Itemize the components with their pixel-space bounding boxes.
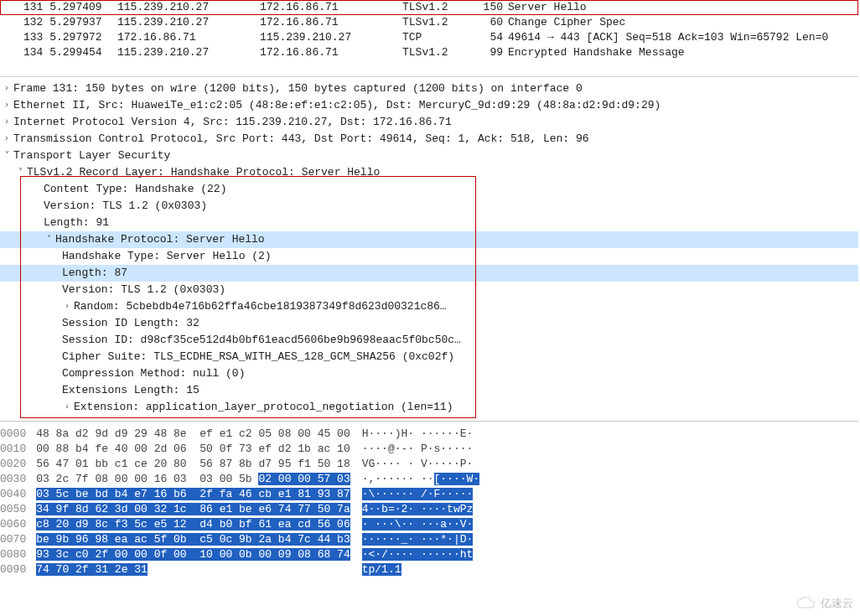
tree-session-id-length[interactable]: Session ID Length: 32	[0, 315, 858, 332]
tree-label: Transport Layer Security	[13, 148, 170, 164]
tree-label: Random: 5cbebdb4e716b62ffa46cbe181938734…	[74, 298, 447, 315]
packet-row[interactable]: 131 5.297409115.239.210.27172.16.86.71TL…	[0, 0, 858, 15]
chevron-down-icon: ˅	[15, 164, 25, 181]
tree-label: Extensions Length: 15	[62, 382, 199, 399]
tree-label: Version: TLS 1.2 (0x0303)	[44, 198, 207, 215]
chevron-right-icon: ›	[62, 399, 72, 416]
tree-compression-method[interactable]: Compression Method: null (0)	[0, 365, 858, 382]
hex-ascii-column[interactable]: H····)H· ······E·····@·-· P·s·····VG····…	[350, 427, 479, 577]
tree-label: Frame 131: 150 bytes on wire (1200 bits)…	[13, 80, 583, 97]
tree-handshake-protocol[interactable]: ˅Handshake Protocol: Server Hello	[0, 231, 858, 248]
chevron-down-icon: ˅	[44, 231, 54, 248]
chevron-right-icon: ›	[2, 80, 12, 97]
tree-label: Ethernet II, Src: HuaweiTe_e1:c2:05 (48:…	[13, 97, 661, 114]
tree-ip[interactable]: ›Internet Protocol Version 4, Src: 115.2…	[0, 114, 858, 131]
chevron-right-icon: ›	[2, 97, 12, 114]
tree-label: Content Type: Handshake (22)	[44, 181, 226, 198]
chevron-down-icon: ˅	[2, 148, 12, 164]
tree-label: Session ID: d98cf35ce512d4b0bf61eacd5606…	[62, 332, 461, 349]
tree-frame[interactable]: ›Frame 131: 150 bytes on wire (1200 bits…	[0, 80, 858, 97]
chevron-right-icon: ›	[2, 131, 12, 148]
chevron-right-icon: ›	[62, 298, 72, 315]
tree-label: Internet Protocol Version 4, Src: 115.23…	[13, 114, 452, 131]
packet-row[interactable]: 132 5.297937115.239.210.27172.16.86.71TL…	[0, 15, 858, 30]
tree-label: Version: TLS 1.2 (0x0303)	[62, 282, 225, 298]
tree-label: Transmission Control Protocol, Src Port:…	[13, 131, 589, 148]
tree-label: Handshake Protocol: Server Hello	[55, 231, 265, 248]
tree-record-layer[interactable]: ˅TLSv1.2 Record Layer: Handshake Protoco…	[0, 164, 858, 181]
tree-cipher-suite[interactable]: Cipher Suite: TLS_ECDHE_RSA_WITH_AES_128…	[0, 349, 858, 365]
hex-dump-pane[interactable]: 0000001000200030004000500060007000800090…	[0, 422, 858, 586]
hex-offsets-column: 0000001000200030004000500060007000800090	[0, 427, 36, 577]
packet-row[interactable]: 134 5.299454115.239.210.27172.16.86.71TL…	[0, 45, 858, 60]
tree-ethernet[interactable]: ›Ethernet II, Src: HuaweiTe_e1:c2:05 (48…	[0, 97, 858, 114]
tree-record-length[interactable]: Length: 91	[0, 215, 858, 231]
tree-session-id[interactable]: Session ID: d98cf35ce512d4b0bf61eacd5606…	[0, 332, 858, 349]
tree-handshake-version[interactable]: Version: TLS 1.2 (0x0303)	[0, 282, 858, 298]
tree-tls[interactable]: ˅Transport Layer Security	[0, 148, 858, 164]
tree-label: Length: 87	[62, 265, 127, 282]
tree-label: Session ID Length: 32	[62, 315, 199, 332]
tree-content-type[interactable]: Content Type: Handshake (22)	[0, 181, 858, 198]
tree-label: Extension: application_layer_protocol_ne…	[74, 399, 453, 416]
tree-extensions-length[interactable]: Extensions Length: 15	[0, 382, 858, 399]
tree-handshake-type[interactable]: Handshake Type: Server Hello (2)	[0, 248, 858, 265]
tree-label: Handshake Type: Server Hello (2)	[62, 248, 272, 265]
packet-row[interactable]: 133 5.297972172.16.86.71115.239.210.27TC…	[0, 30, 858, 45]
hex-bytes-column[interactable]: 48 8a d2 9d d9 29 48 8e ef e1 c2 05 08 0…	[36, 427, 350, 577]
tree-label: Compression Method: null (0)	[62, 365, 245, 382]
tree-random[interactable]: ›Random: 5cbebdb4e716b62ffa46cbe18193873…	[0, 298, 858, 315]
tree-extension-alpn[interactable]: ›Extension: application_layer_protocol_n…	[0, 399, 858, 416]
chevron-right-icon: ›	[2, 114, 12, 131]
tree-label: Length: 91	[44, 215, 109, 231]
tree-label: Cipher Suite: TLS_ECDHE_RSA_WITH_AES_128…	[62, 349, 454, 365]
packet-list-pane[interactable]: 131 5.297409115.239.210.27172.16.86.71TL…	[0, 0, 858, 77]
packet-details-pane[interactable]: ›Frame 131: 150 bytes on wire (1200 bits…	[0, 77, 858, 422]
tree-label: TLSv1.2 Record Layer: Handshake Protocol…	[27, 164, 380, 181]
tree-handshake-length[interactable]: Length: 87	[0, 265, 858, 282]
tree-record-version[interactable]: Version: TLS 1.2 (0x0303)	[0, 198, 858, 215]
tree-tcp[interactable]: ›Transmission Control Protocol, Src Port…	[0, 131, 858, 148]
